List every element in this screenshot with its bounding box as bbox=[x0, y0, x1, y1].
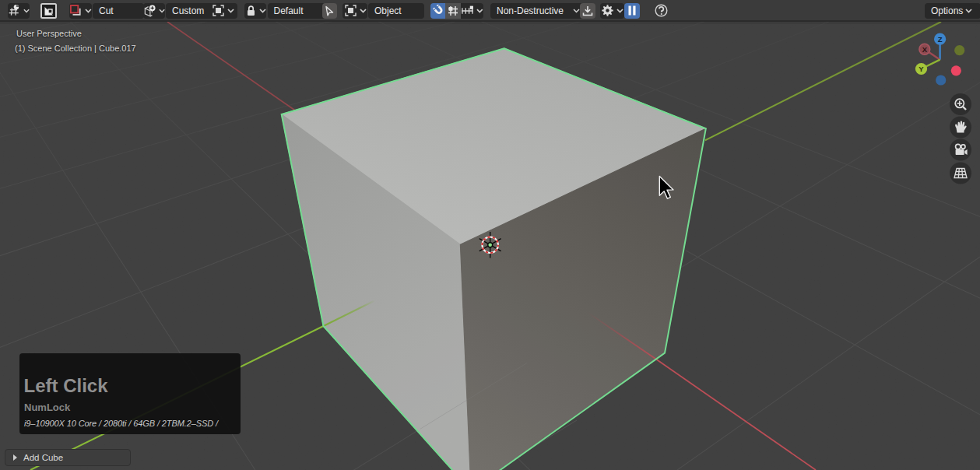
svg-text:X: X bbox=[922, 45, 928, 54]
svg-text:Z: Z bbox=[938, 35, 943, 44]
svg-text:Y: Y bbox=[919, 65, 924, 73]
